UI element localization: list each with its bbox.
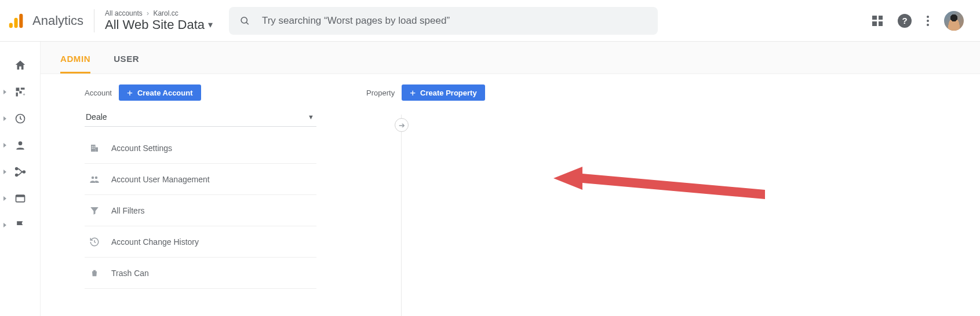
svg-point-11 (18, 141, 22, 145)
account-label: Account (85, 89, 112, 97)
help-icon[interactable]: ? (898, 14, 912, 28)
account-selected-value: Deale (86, 112, 107, 122)
svg-point-14 (23, 171, 25, 173)
clock-icon (14, 113, 26, 124)
user-avatar[interactable] (944, 11, 964, 31)
menu-item-label: All Filters (111, 206, 145, 215)
create-account-button[interactable]: + Create Account (119, 84, 201, 101)
admin-tabs: ADMIN USER (41, 42, 980, 74)
search-icon (239, 15, 250, 27)
admin-columns: Account + Create Account Deale ▼ A (41, 74, 980, 316)
breadcrumb-root: All accounts (105, 9, 143, 17)
search-bar[interactable] (229, 7, 658, 35)
svg-rect-8 (19, 91, 21, 93)
expand-arrow-icon (3, 143, 6, 148)
sidebar-item-audience[interactable] (0, 132, 40, 159)
chevron-right-icon: › (147, 9, 149, 17)
view-name: All Web Site Data (105, 17, 205, 32)
caret-down-icon: ▼ (308, 113, 314, 120)
menu-item-account-user-management[interactable]: Account User Management (85, 164, 316, 195)
acquisition-icon (14, 166, 27, 178)
create-property-button[interactable]: + Create Property (402, 84, 484, 101)
svg-rect-1 (14, 17, 18, 28)
tab-user[interactable]: USER (114, 54, 139, 74)
trash-icon (88, 268, 101, 278)
menu-item-label: Account User Management (111, 175, 210, 184)
svg-rect-2 (19, 13, 23, 28)
svg-rect-16 (16, 195, 24, 197)
svg-rect-5 (16, 88, 19, 91)
plus-icon: + (127, 88, 133, 98)
home-icon (14, 59, 27, 72)
svg-rect-0 (9, 23, 13, 28)
svg-point-23 (92, 176, 94, 179)
sidebar-item-conversions[interactable] (0, 212, 40, 238)
expand-arrow-icon (3, 170, 6, 174)
menu-item-label: Account Change History (111, 237, 199, 247)
breadcrumb-account: Karol.cc (153, 9, 178, 17)
expand-arrow-icon (3, 196, 6, 201)
brand-name: Analytics (32, 13, 83, 28)
behavior-icon (14, 193, 26, 204)
sidebar-item-acquisition[interactable] (0, 159, 40, 185)
property-column: Property + Create Property (366, 84, 644, 316)
svg-rect-6 (20, 88, 24, 90)
analytics-logo-icon (8, 13, 24, 29)
sidebar-item-realtime[interactable] (0, 105, 40, 132)
tab-admin[interactable]: ADMIN (60, 54, 90, 74)
expand-arrow-icon (3, 116, 6, 121)
menu-item-label: Account Settings (111, 144, 172, 153)
svg-text:+: + (23, 92, 25, 97)
svg-rect-22 (94, 148, 95, 149)
nav-sidebar: + (0, 42, 41, 316)
plus-icon: + (410, 88, 416, 98)
funnel-icon (88, 205, 101, 216)
svg-rect-17 (91, 145, 96, 152)
menu-item-all-filters[interactable]: All Filters (85, 195, 316, 226)
svg-line-4 (246, 22, 249, 24)
search-input[interactable] (262, 15, 647, 27)
sidebar-item-behavior[interactable] (0, 185, 40, 212)
apps-grid-icon[interactable] (872, 16, 883, 26)
svg-point-12 (15, 168, 17, 170)
account-picker[interactable]: All accounts › Karol.cc All Web Site Dat… (105, 9, 213, 32)
header-separator (94, 9, 94, 32)
svg-rect-20 (94, 146, 95, 147)
account-selector[interactable]: Deale ▼ (85, 109, 316, 127)
caret-down-icon: ▾ (208, 19, 213, 30)
people-icon (88, 174, 101, 185)
account-menu: Account Settings Account User Management… (85, 133, 316, 289)
building-icon (88, 143, 101, 153)
history-icon (88, 237, 101, 247)
sidebar-item-home[interactable] (0, 52, 40, 79)
app-header: Analytics All accounts › Karol.cc All We… (0, 0, 980, 42)
flag-icon (14, 219, 26, 231)
brand-block[interactable]: Analytics (8, 13, 83, 29)
menu-item-trash-can[interactable]: Trash Can (85, 258, 316, 289)
svg-rect-18 (96, 147, 99, 152)
dashboard-icon: + (14, 86, 26, 98)
expand-arrow-icon (3, 90, 6, 94)
svg-point-3 (241, 17, 247, 23)
create-property-label: Create Property (420, 89, 477, 97)
svg-rect-19 (92, 146, 93, 147)
expand-arrow-icon (3, 223, 6, 227)
svg-rect-21 (92, 148, 93, 149)
menu-item-label: Trash Can (111, 269, 149, 278)
sidebar-item-customization[interactable]: + (0, 79, 40, 105)
svg-rect-7 (16, 93, 17, 97)
property-label: Property (366, 89, 395, 97)
account-column: Account + Create Account Deale ▼ A (85, 84, 363, 316)
svg-point-24 (95, 176, 98, 179)
main-area: ADMIN USER Account + Create Account Deal… (41, 42, 980, 316)
more-menu-icon[interactable] (927, 16, 929, 26)
create-account-label: Create Account (137, 89, 193, 97)
svg-point-13 (15, 174, 17, 177)
breadcrumb: All accounts › Karol.cc (105, 9, 213, 17)
header-actions: ? (872, 11, 968, 31)
menu-item-account-settings[interactable]: Account Settings (85, 133, 316, 164)
person-icon (14, 139, 26, 151)
menu-item-account-change-history[interactable]: Account Change History (85, 226, 316, 258)
